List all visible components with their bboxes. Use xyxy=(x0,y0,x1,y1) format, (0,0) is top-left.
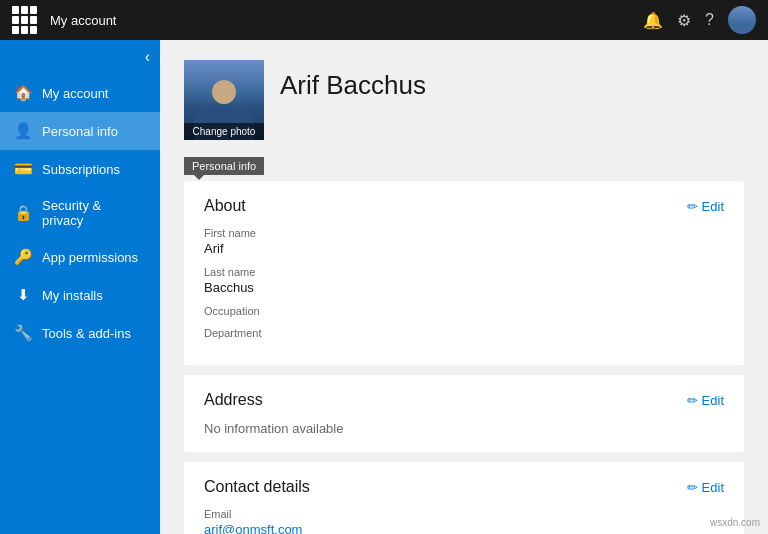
sidebar-collapse[interactable]: ‹ xyxy=(0,40,160,74)
contact-details-card: Contact details ✏ Edit Email arif@onmsft… xyxy=(184,462,744,534)
sidebar-item-label: App permissions xyxy=(42,250,138,265)
sidebar-item-label: My account xyxy=(42,86,108,101)
main-content: Change photo Arif Bacchus Personal info … xyxy=(160,40,768,534)
title-bar: My account 🔔 ⚙ ? xyxy=(0,0,768,40)
contact-details-edit-button[interactable]: ✏ Edit xyxy=(687,480,724,495)
sidebar-item-my-account[interactable]: 🏠 My account xyxy=(0,74,160,112)
change-photo-button[interactable]: Change photo xyxy=(184,123,264,140)
address-card-header: Address ✏ Edit xyxy=(204,391,724,409)
sidebar-item-tools-addins[interactable]: 🔧 Tools & add-ins xyxy=(0,314,160,352)
address-card: Address ✏ Edit No information available xyxy=(184,375,744,452)
profile-photo-container: Change photo xyxy=(184,60,264,140)
notification-icon[interactable]: 🔔 xyxy=(643,11,663,30)
contact-details-title: Contact details xyxy=(204,478,310,496)
sidebar-item-label: Subscriptions xyxy=(42,162,120,177)
first-name-label: First name xyxy=(204,227,724,239)
sidebar-item-personal-info[interactable]: 👤 Personal info xyxy=(0,112,160,150)
app-container: ‹ 🏠 My account 👤 Personal info 💳 Subscri… xyxy=(0,40,768,534)
address-no-info: No information available xyxy=(204,421,724,436)
sidebar-item-label: Personal info xyxy=(42,124,118,139)
edit-pencil-icon-3: ✏ xyxy=(687,480,698,495)
address-title: Address xyxy=(204,391,263,409)
person-icon: 👤 xyxy=(14,122,32,140)
sidebar-item-security-privacy[interactable]: 🔒 Security & privacy xyxy=(0,188,160,238)
sidebar-item-label: My installs xyxy=(42,288,103,303)
sidebar-item-my-installs[interactable]: ⬇ My installs xyxy=(0,276,160,314)
lock-icon: 🔒 xyxy=(14,204,32,222)
sidebar-item-app-permissions[interactable]: 🔑 App permissions xyxy=(0,238,160,276)
sidebar-item-subscriptions[interactable]: 💳 Subscriptions xyxy=(0,150,160,188)
occupation-label: Occupation xyxy=(204,305,724,317)
sidebar-item-label: Security & privacy xyxy=(42,198,146,228)
title-bar-title: My account xyxy=(50,13,643,28)
settings-icon[interactable]: ⚙ xyxy=(677,11,691,30)
contact-details-header: Contact details ✏ Edit xyxy=(204,478,724,496)
help-icon[interactable]: ? xyxy=(705,11,714,29)
about-card: About ✏ Edit First name Arif Last name B… xyxy=(184,181,744,365)
title-bar-actions: 🔔 ⚙ ? xyxy=(643,6,756,34)
profile-name: Arif Bacchus xyxy=(280,60,426,101)
home-icon: 🏠 xyxy=(14,84,32,102)
last-name-value: Bacchus xyxy=(204,280,724,295)
card-icon: 💳 xyxy=(14,160,32,178)
department-label: Department xyxy=(204,327,724,339)
tools-icon: 🔧 xyxy=(14,324,32,342)
first-name-field: First name Arif xyxy=(204,227,724,256)
collapse-button[interactable]: ‹ xyxy=(145,48,150,66)
about-card-header: About ✏ Edit xyxy=(204,197,724,215)
email-field: Email arif@onmsft.com xyxy=(204,508,724,534)
about-title: About xyxy=(204,197,246,215)
occupation-field: Occupation xyxy=(204,305,724,317)
avatar[interactable] xyxy=(728,6,756,34)
key-icon: 🔑 xyxy=(14,248,32,266)
personal-info-tooltip: Personal info xyxy=(184,157,264,175)
watermark: wsxdn.com xyxy=(710,517,760,528)
address-edit-button[interactable]: ✏ Edit xyxy=(687,393,724,408)
download-icon: ⬇ xyxy=(14,286,32,304)
sidebar-item-label: Tools & add-ins xyxy=(42,326,131,341)
edit-pencil-icon: ✏ xyxy=(687,199,698,214)
first-name-value: Arif xyxy=(204,241,724,256)
profile-header: Change photo Arif Bacchus xyxy=(184,60,744,140)
last-name-field: Last name Bacchus xyxy=(204,266,724,295)
last-name-label: Last name xyxy=(204,266,724,278)
email-value[interactable]: arif@onmsft.com xyxy=(204,522,724,534)
email-label: Email xyxy=(204,508,724,520)
edit-pencil-icon-2: ✏ xyxy=(687,393,698,408)
department-field: Department xyxy=(204,327,724,339)
about-edit-button[interactable]: ✏ Edit xyxy=(687,199,724,214)
apps-grid-icon[interactable] xyxy=(12,6,40,34)
sidebar: ‹ 🏠 My account 👤 Personal info 💳 Subscri… xyxy=(0,40,160,534)
